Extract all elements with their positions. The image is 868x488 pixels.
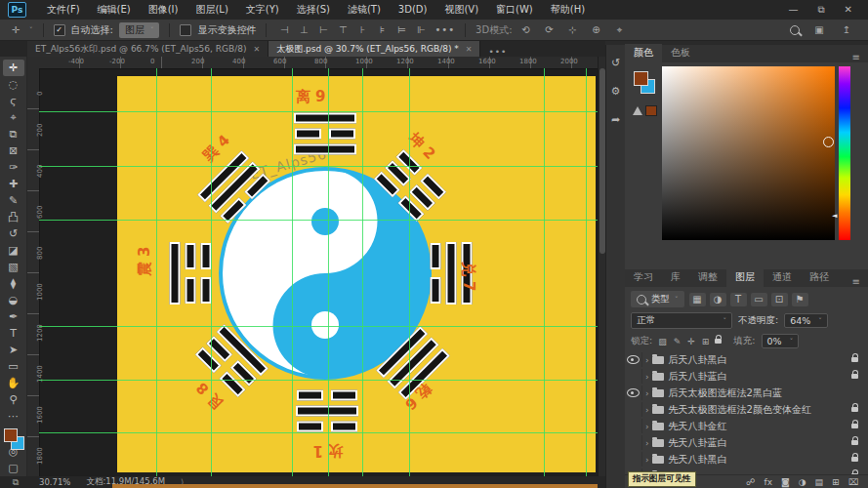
3d-rotate-icon[interactable]: ⟲ <box>518 24 534 36</box>
foreground-swatch[interactable] <box>4 428 18 442</box>
guide-line-horizontal[interactable] <box>39 166 598 167</box>
path-selection-tool[interactable]: ➤ <box>3 342 24 358</box>
expand-arrow-icon[interactable]: › <box>645 388 649 398</box>
lock-paint-icon[interactable]: ✎ <box>674 337 682 346</box>
close-button[interactable]: ✕ <box>845 4 852 16</box>
shape-tool[interactable]: ▭ <box>3 358 24 375</box>
screen-mode-icon[interactable]: ⧉ <box>8 477 23 488</box>
toolbar-ellipsis[interactable]: ⋯ <box>3 408 24 425</box>
panel-menu-icon[interactable]: ≡ <box>852 52 868 62</box>
layer-row[interactable]: ›后天八卦蓝白 <box>625 368 868 385</box>
layer-name[interactable]: 后天八卦蓝白 <box>669 370 727 384</box>
ruler-horizontal[interactable]: -400-20002004006008001000120014001600180… <box>39 57 598 69</box>
guide-line-vertical[interactable] <box>292 68 293 476</box>
layer-name[interactable]: 后天八卦黑白 <box>669 353 727 367</box>
properties-panel-icon[interactable]: ⚙ <box>611 85 621 98</box>
align-vcenter-icon[interactable]: ⊨ <box>393 24 409 35</box>
expand-arrow-icon[interactable]: › <box>645 438 649 448</box>
lock-artboard-icon[interactable]: ⊞ <box>702 337 710 346</box>
guide-line-vertical[interactable] <box>586 68 587 476</box>
align-bottom-icon[interactable]: ⊩ <box>413 24 429 35</box>
history-panel-icon[interactable]: ↺ <box>611 57 620 69</box>
share-panel-icon[interactable]: ➦ <box>611 113 620 126</box>
brush-tool[interactable]: ✎ <box>3 192 24 209</box>
align-top-icon[interactable]: ⊤ <box>335 24 351 35</box>
lock-all-icon[interactable] <box>715 339 722 344</box>
tab-color[interactable]: 颜色 <box>625 44 662 62</box>
guide-line-vertical[interactable] <box>362 68 363 476</box>
layer-name[interactable]: 先天八卦黑白 <box>669 453 727 467</box>
filter-kind-dropdown[interactable]: 类型 ˅ <box>631 291 684 307</box>
share-icon[interactable]: ↥ <box>839 24 854 35</box>
guide-line-horizontal[interactable] <box>39 432 598 433</box>
layer-name[interactable]: 先天八卦金红 <box>669 420 727 433</box>
new-layer-icon[interactable]: ⊞ <box>832 477 840 487</box>
visibility-toggle[interactable] <box>625 369 642 384</box>
close-tab-icon[interactable]: ✕ <box>466 45 473 54</box>
tab-库[interactable]: 库 <box>662 268 689 287</box>
guide-line-horizontal[interactable] <box>39 380 598 381</box>
minimize-button[interactable]: — <box>788 4 798 16</box>
layer-row[interactable]: ›先天八卦金红 <box>625 418 868 434</box>
opacity-input[interactable]: 64% ˅ <box>784 313 828 328</box>
filter-adjustment-icon[interactable]: ◑ <box>710 293 726 306</box>
lock-transparent-icon[interactable]: ▨ <box>658 337 667 346</box>
3d-roll-icon[interactable]: ⟳ <box>542 24 558 36</box>
menu-item-7[interactable]: 3D(D) <box>390 0 436 20</box>
eyedropper-tool[interactable]: ✑ <box>3 159 24 176</box>
tab-通道[interactable]: 通道 <box>764 268 801 287</box>
color-field[interactable] <box>662 66 835 240</box>
layer-name[interactable]: 先天太极图选框法2颜色变体金红 <box>669 403 811 417</box>
guide-line-horizontal[interactable] <box>39 220 598 221</box>
menu-item-2[interactable]: 图像(I) <box>140 0 187 20</box>
tab-图层[interactable]: 图层 <box>726 268 764 287</box>
menu-item-5[interactable]: 选择(S) <box>288 0 339 20</box>
guide-line-vertical[interactable] <box>156 68 157 476</box>
document-tab-1[interactable]: 太极图.psd @ 30.7% (ET_Alps56, RGB/8) *✕ <box>269 41 480 57</box>
menu-item-4[interactable]: 文字(Y) <box>237 0 288 20</box>
tab-学习[interactable]: 学习 <box>625 268 662 287</box>
layer-effects-icon[interactable]: fx <box>764 477 772 487</box>
foreground-swatch[interactable] <box>634 71 648 86</box>
guide-line-vertical[interactable] <box>409 68 410 476</box>
filter-shape-icon[interactable]: ▭ <box>751 293 767 306</box>
distribute-v-icon[interactable]: ⊦ <box>354 24 370 35</box>
lasso-tool[interactable]: ϛ <box>3 93 24 109</box>
workspace-icon[interactable]: ▣ <box>811 24 827 35</box>
show-transform-checkbox[interactable] <box>180 24 191 36</box>
align-right-icon[interactable]: ⊢ <box>315 24 331 35</box>
panel-menu-icon[interactable]: ≡ <box>852 276 868 287</box>
menu-item-9[interactable]: 窗口(W) <box>487 0 542 20</box>
options-ellipsis-icon[interactable]: ••• <box>434 24 455 35</box>
hue-slider[interactable] <box>839 66 850 240</box>
adjustment-layer-icon[interactable]: ◑ <box>799 477 806 487</box>
eraser-tool[interactable]: ◪ <box>3 242 24 259</box>
close-tab-icon[interactable]: ✕ <box>253 45 260 54</box>
expand-arrow-icon[interactable]: › <box>645 405 649 415</box>
layer-row[interactable]: ›先天太极图选框法2颜色变体金红 <box>625 401 868 418</box>
menu-item-6[interactable]: 滤镜(T) <box>339 0 390 20</box>
auto-select-checkbox[interactable]: ✓ <box>54 24 65 36</box>
3d-slide-icon[interactable]: ⊕ <box>589 24 604 36</box>
tab-调整[interactable]: 调整 <box>689 268 726 287</box>
guide-line-vertical[interactable] <box>544 68 545 476</box>
object-selection-tool[interactable]: ⌖ <box>3 109 24 126</box>
tool-preset-caret-icon[interactable]: ˅ <box>29 26 33 34</box>
pen-tool[interactable]: ✒ <box>3 308 24 325</box>
guide-line-horizontal[interactable] <box>39 326 598 327</box>
color-cursor[interactable] <box>823 137 834 147</box>
clone-stamp-tool[interactable]: 凸 <box>3 209 24 225</box>
visibility-toggle[interactable] <box>625 352 642 367</box>
delete-layer-icon[interactable]: ⌧ <box>848 477 858 487</box>
layer-row[interactable]: ›先天八卦蓝白 <box>625 434 868 451</box>
visibility-toggle[interactable] <box>625 419 642 433</box>
layer-name[interactable]: 后天太极图选框法2黑白蓝 <box>669 386 782 400</box>
menu-item-1[interactable]: 编辑(E) <box>89 0 140 20</box>
new-group-icon[interactable]: ▤ <box>815 477 824 487</box>
expand-arrow-icon[interactable]: › <box>645 422 649 431</box>
guide-line-vertical[interactable] <box>211 68 212 476</box>
expand-arrow-icon[interactable]: › <box>645 372 649 382</box>
link-layers-icon[interactable]: ☍ <box>746 477 755 487</box>
crop-tool[interactable]: ⧉ <box>3 126 24 142</box>
dodge-tool[interactable]: ◒ <box>3 292 24 308</box>
